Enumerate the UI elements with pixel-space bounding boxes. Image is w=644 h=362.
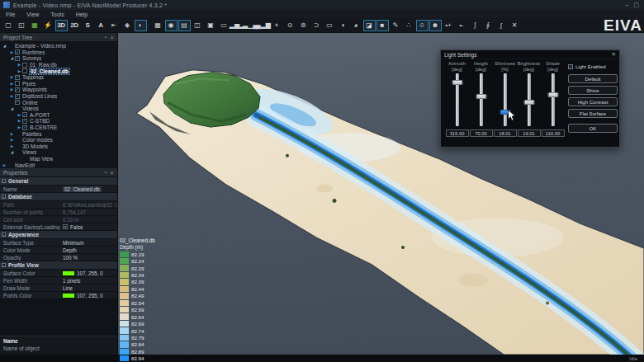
ruler-icon[interactable]: ▭ xyxy=(218,20,230,31)
maximize-button[interactable]: ▢ xyxy=(633,2,639,8)
tree-checkbox[interactable]: ✓ xyxy=(22,119,27,124)
tree-collapsed-arrow-icon[interactable]: ▶ xyxy=(9,94,15,98)
tree-item-toppings[interactable]: ▶✓Toppings xyxy=(0,74,117,81)
tree-checkbox[interactable] xyxy=(15,81,20,86)
slider-track[interactable] xyxy=(469,73,493,127)
spline-add-icon[interactable]: ∮ xyxy=(482,20,495,31)
collapse-icon[interactable]: - xyxy=(2,233,6,237)
tree-collapsed-arrow-icon[interactable]: ▶ xyxy=(9,132,15,136)
tree-item-views[interactable]: ◢Views xyxy=(0,149,117,156)
prop-section-database[interactable]: -Database xyxy=(0,193,117,201)
view-2d-button[interactable]: 2D xyxy=(69,20,81,31)
tree-expanded-arrow-icon[interactable]: ◢ xyxy=(9,106,15,110)
tree-item-example-video-nmp[interactable]: ◢Example - Video.nmp xyxy=(0,43,117,49)
point-remove-icon[interactable]: •- xyxy=(456,20,468,31)
dialog-close-icon[interactable]: ✕ xyxy=(612,51,616,58)
tree-expanded-arrow-icon[interactable]: ◢ xyxy=(9,150,15,154)
menu-item-view[interactable]: View xyxy=(21,12,45,17)
route-icon[interactable]: ⌖ xyxy=(271,20,283,31)
tree-item-surveys[interactable]: ◢✓Surveys xyxy=(0,55,117,62)
slider-value-box[interactable]: 110.00 xyxy=(542,129,565,137)
color-swatch[interactable] xyxy=(63,271,74,275)
waypoint-add-icon[interactable]: ⊚ xyxy=(297,20,310,31)
sphere-icon[interactable]: ◈ xyxy=(121,20,134,31)
prop-section-appearance[interactable]: -Appearance xyxy=(0,231,117,239)
histogram-icon[interactable]: ▃▁▄ xyxy=(244,20,257,31)
tree-item-online[interactable]: ✓Online xyxy=(0,99,117,106)
tree-checkbox[interactable]: ✓ xyxy=(15,75,20,80)
prop-section-general[interactable]: -General xyxy=(0,177,117,186)
tree-collapsed-arrow-icon[interactable]: ▶ xyxy=(9,138,15,142)
tree-collapsed-arrow-icon[interactable]: ▶ xyxy=(9,82,15,86)
tree-collapsed-arrow-icon[interactable]: ▶ xyxy=(9,144,15,148)
new-file-icon[interactable]: ▢ xyxy=(2,20,15,31)
slider-track[interactable] xyxy=(541,73,565,127)
tree-collapsed-arrow-icon[interactable]: ▶ xyxy=(9,87,15,92)
prop-value[interactable]: 1 pixels xyxy=(63,278,117,284)
light-enabled-checkbox[interactable]: ✓ Light Enabled xyxy=(568,64,606,69)
tree-checkbox[interactable]: ✓ xyxy=(22,112,27,117)
tree-collapsed-arrow-icon[interactable]: ▶ xyxy=(17,125,22,129)
close-icon[interactable]: ✕ xyxy=(110,35,114,40)
pin-icon[interactable]: ▪ xyxy=(105,35,107,40)
checkbox-false-icon[interactable]: ✕ xyxy=(63,224,68,229)
slider-track[interactable] xyxy=(517,73,541,127)
smooth-icon[interactable]: ☺ xyxy=(416,20,429,31)
prop-value[interactable]: 107, 255, 0 xyxy=(63,293,117,299)
point-add-icon[interactable]: •+ xyxy=(443,20,455,31)
spline-icon[interactable]: ∫ xyxy=(469,20,481,31)
flat-surface-button[interactable]: Flat Surface xyxy=(568,109,618,118)
menu-item-tools[interactable]: Tools xyxy=(45,12,69,17)
collapse-icon[interactable]: - xyxy=(2,263,6,267)
high-contrast-button[interactable]: High Contrast xyxy=(568,97,618,106)
tree-checkbox[interactable]: ✓ xyxy=(15,56,20,61)
tree-checkbox[interactable]: ✓ xyxy=(22,125,27,130)
waypoint-icon[interactable]: ⊙ xyxy=(284,20,296,31)
tree-collapsed-arrow-icon[interactable]: ▶ xyxy=(17,63,22,67)
tree-checkbox[interactable]: ✓ xyxy=(15,94,20,99)
tree-item-color-modes[interactable]: ▶Color modes xyxy=(0,137,117,143)
prop-value[interactable]: 107, 255, 0 xyxy=(63,270,117,276)
tree-collapsed-arrow-icon[interactable]: ▶ xyxy=(17,119,22,123)
minimize-button[interactable]: – xyxy=(625,2,628,8)
view-3d-button[interactable]: 3D xyxy=(55,20,68,31)
view-s-button[interactable]: S xyxy=(82,20,94,31)
tree-item-3d-models[interactable]: ▶3D Models xyxy=(0,143,117,150)
camera-icon[interactable]: ▣ xyxy=(205,20,217,31)
tree-item-runtimes[interactable]: ▶✓Runtimes xyxy=(0,49,117,56)
prop-section-profile-view[interactable]: -Profile View xyxy=(0,261,117,270)
tree-item-naviedit[interactable]: ▶NaviEdit xyxy=(0,162,117,168)
tree-collapsed-arrow-icon[interactable]: ▶ xyxy=(17,69,22,73)
open-folder-icon[interactable]: ◱ xyxy=(16,20,28,31)
select-rect-icon[interactable]: ▭ xyxy=(324,20,336,31)
pin-icon[interactable]: ▪ xyxy=(105,170,107,175)
shading-icon[interactable]: ▤ xyxy=(178,20,191,31)
tree-collapsed-arrow-icon[interactable]: ▶ xyxy=(17,113,22,117)
prop-value[interactable]: 100 % xyxy=(63,255,117,261)
menu-item-file[interactable]: File xyxy=(0,12,21,17)
tree-item-01-raw-db[interactable]: ▶01_Raw.db xyxy=(0,62,117,68)
smooth-alt-icon[interactable]: ☻ xyxy=(429,20,442,31)
collapse-icon[interactable]: - xyxy=(2,179,6,183)
slider-thumb[interactable] xyxy=(547,92,558,97)
slider-value-box[interactable]: 18.01 xyxy=(494,129,517,137)
prop-value[interactable]: Minimum xyxy=(63,240,117,246)
prop-value[interactable]: Line xyxy=(63,285,117,291)
shine-button[interactable]: Shine xyxy=(568,86,618,95)
save-icon[interactable]: ▦ xyxy=(29,20,41,31)
menu-item-help[interactable]: Help xyxy=(70,12,93,17)
tree-item-a-port[interactable]: ▶✓A-PORT xyxy=(0,112,117,119)
slider-track[interactable] xyxy=(445,73,469,127)
north-arrow-icon[interactable]: A xyxy=(95,20,107,31)
tree-item-map-view[interactable]: Map View xyxy=(0,156,117,162)
tree-checkbox[interactable]: ✓ xyxy=(15,49,20,54)
scatter-icon[interactable]: ∴ xyxy=(403,20,415,31)
eraser-icon[interactable]: ◪ xyxy=(363,20,376,31)
spline-edit-icon[interactable]: ʃ xyxy=(495,20,508,31)
tree-checkbox[interactable] xyxy=(22,63,27,68)
tree-collapsed-arrow-icon[interactable]: ▶ xyxy=(9,50,15,54)
slider-thumb[interactable] xyxy=(452,80,462,85)
grid-icon[interactable]: ▦ xyxy=(152,20,164,31)
import-view-icon[interactable]: ⇤ xyxy=(108,20,121,31)
slider-thumb[interactable] xyxy=(476,94,486,99)
